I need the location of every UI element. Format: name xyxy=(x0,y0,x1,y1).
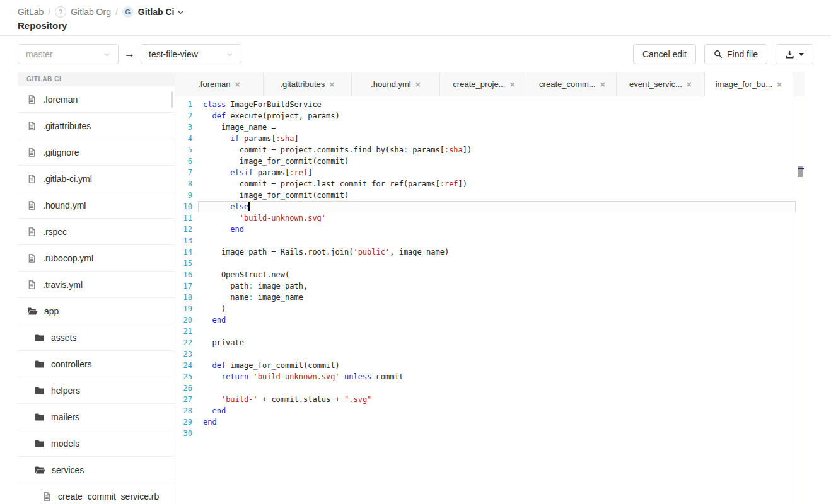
breadcrumb-current-project[interactable]: Gitlab Ci xyxy=(138,7,185,17)
tree-file-.foreman[interactable]: .foreman xyxy=(18,86,175,113)
code-area[interactable]: 1class ImageForBuildService2 def execute… xyxy=(175,96,796,504)
tree-file-.rspec[interactable]: .rspec xyxy=(18,219,175,245)
folder-icon xyxy=(35,439,45,448)
close-tab-icon[interactable]: × xyxy=(777,80,782,89)
code-line-17[interactable]: 17 path: image_path, xyxy=(175,280,796,292)
tree-item-label: .gitattributes xyxy=(43,121,91,131)
code-line-16[interactable]: 16 OpenStruct.new( xyxy=(175,269,796,280)
code-line-11[interactable]: 11 'build-unknown.svg' xyxy=(175,212,796,224)
code-line-12[interactable]: 12 end xyxy=(175,224,796,235)
code-line-20[interactable]: 20 end xyxy=(175,314,796,326)
editor-tab-.hound.yml[interactable]: .hound.yml× xyxy=(352,72,440,96)
code-line-21[interactable]: 21 xyxy=(175,326,796,337)
file-icon xyxy=(42,491,52,501)
code-line-27[interactable]: 27 'build-' + commit.status + ".svg" xyxy=(175,394,796,405)
line-text xyxy=(198,235,203,246)
folder-icon xyxy=(35,413,45,421)
source-branch-value: master xyxy=(26,49,53,59)
code-line-23[interactable]: 23 xyxy=(175,348,796,360)
page-title: Repository xyxy=(18,20,831,31)
download-dropdown-button[interactable] xyxy=(776,44,813,64)
close-tab-icon[interactable]: × xyxy=(687,80,692,89)
close-tab-icon[interactable]: × xyxy=(416,80,421,89)
code-line-18[interactable]: 18 name: image_name xyxy=(175,292,796,303)
line-text: end xyxy=(198,314,226,326)
line-number: 4 xyxy=(175,133,198,144)
editor-tab-create_proje[interactable]: create_proje...× xyxy=(440,72,528,96)
close-tab-icon[interactable]: × xyxy=(235,80,240,89)
code-line-5[interactable]: 5 commit = project.commits.find_by(sha: … xyxy=(175,144,796,156)
code-line-4[interactable]: 4 if params[:sha] xyxy=(175,133,796,144)
tree-item-label: controllers xyxy=(51,359,92,369)
code-line-28[interactable]: 28 end xyxy=(175,405,796,416)
source-branch-select[interactable]: master xyxy=(18,44,119,64)
line-number: 19 xyxy=(175,303,198,314)
tree-file-.rubocop.yml[interactable]: .rubocop.yml xyxy=(18,245,175,272)
code-line-30[interactable]: 30 xyxy=(175,428,796,439)
code-line-8[interactable]: 8 commit = project.last_commit_for_ref(p… xyxy=(175,178,796,190)
code-line-15[interactable]: 15 xyxy=(175,258,796,269)
cancel-edit-button[interactable]: Cancel edit xyxy=(633,44,696,64)
editor-tabbar: .foreman×.gitattributes×.hound.yml×creat… xyxy=(175,72,805,96)
breadcrumb-link-group[interactable]: Gitlab Org xyxy=(71,7,111,17)
chevron-down-icon xyxy=(177,9,184,16)
breadcrumb-separator: / xyxy=(48,7,50,17)
close-tab-icon[interactable]: × xyxy=(600,80,605,89)
editor-tab-.foreman[interactable]: .foreman× xyxy=(175,72,264,96)
tree-file-create_commit_service.rb[interactable]: create_commit_service.rb xyxy=(18,483,175,504)
editor-scrollbar-track[interactable] xyxy=(796,96,805,504)
code-line-24[interactable]: 24 def image_for_commit(commit) xyxy=(175,360,796,371)
tree-file-.gitattributes[interactable]: .gitattributes xyxy=(18,113,175,139)
code-line-22[interactable]: 22 private xyxy=(175,337,796,348)
chevron-down-icon xyxy=(103,51,110,58)
code-line-2[interactable]: 2 def execute(project, params) xyxy=(175,110,796,122)
line-number: 10 xyxy=(175,201,198,212)
tree-folder-helpers[interactable]: helpers xyxy=(18,377,175,404)
tree-file-.gitignore[interactable]: .gitignore xyxy=(18,139,175,166)
breadcrumb-link-gitlab[interactable]: GitLab xyxy=(18,7,44,17)
code-line-6[interactable]: 6 image_for_commit(commit) xyxy=(175,156,796,167)
tab-label: .hound.yml xyxy=(371,79,411,89)
tree-folder-controllers[interactable]: controllers xyxy=(18,351,175,377)
tree-folder-services[interactable]: services xyxy=(18,457,175,483)
tree-item-label: .gitignore xyxy=(43,147,79,158)
close-tab-icon[interactable]: × xyxy=(509,80,514,89)
code-line-10[interactable]: 10 else xyxy=(175,201,796,212)
code-line-26[interactable]: 26 xyxy=(175,382,796,394)
code-line-7[interactable]: 7 elsif params[:ref] xyxy=(175,167,796,178)
tree-item-label: .travis.yml xyxy=(43,280,83,290)
line-text xyxy=(198,382,203,394)
tree-folder-mailers[interactable]: mailers xyxy=(18,404,175,430)
file-tree: .foreman.gitattributes.gitignore.gitlab-… xyxy=(18,86,175,504)
code-line-14[interactable]: 14 image_path = Rails.root.join('public'… xyxy=(175,246,796,258)
tree-file-.hound.yml[interactable]: .hound.yml xyxy=(18,192,175,219)
tree-file-.gitlab-ci.yml[interactable]: .gitlab-ci.yml xyxy=(18,166,175,192)
tree-item-label: app xyxy=(44,306,59,316)
sidebar-scrollbar[interactable] xyxy=(171,91,173,108)
editor-tab-event_servic[interactable]: event_servic...× xyxy=(617,72,705,96)
tree-file-.travis.yml[interactable]: .travis.yml xyxy=(18,272,175,298)
code-line-25[interactable]: 25 return 'build-unknown.svg' unless com… xyxy=(175,371,796,382)
editor-tab-.gitattributes[interactable]: .gitattributes× xyxy=(264,72,352,96)
target-branch-select[interactable]: test-file-view xyxy=(141,44,241,64)
line-text: name: image_name xyxy=(198,292,303,303)
line-number: 21 xyxy=(175,326,198,337)
line-text xyxy=(198,326,203,337)
code-line-9[interactable]: 9 image_for_commit(commit) xyxy=(175,190,796,201)
find-file-button[interactable]: Find file xyxy=(704,44,767,64)
close-tab-icon[interactable]: × xyxy=(329,80,334,89)
code-line-13[interactable]: 13 xyxy=(175,235,796,246)
tree-folder-models[interactable]: models xyxy=(18,430,175,457)
tab-label: .foreman xyxy=(198,79,230,89)
project-avatar-icon: G xyxy=(122,6,134,18)
code-line-29[interactable]: 29end xyxy=(175,416,796,428)
tree-folder-app[interactable]: app xyxy=(18,298,175,324)
editor-tab-create_comm[interactable]: create_comm...× xyxy=(528,72,617,96)
code-line-3[interactable]: 3 image_name = xyxy=(175,122,796,133)
tree-folder-assets[interactable]: assets xyxy=(18,324,175,351)
editor-tab-image_for_bu[interactable]: image_for_bu...× xyxy=(705,72,793,96)
line-number: 9 xyxy=(175,190,198,201)
code-line-19[interactable]: 19 ) xyxy=(175,303,796,314)
tree-item-label: mailers xyxy=(51,412,79,422)
code-line-1[interactable]: 1class ImageForBuildService xyxy=(175,99,796,110)
